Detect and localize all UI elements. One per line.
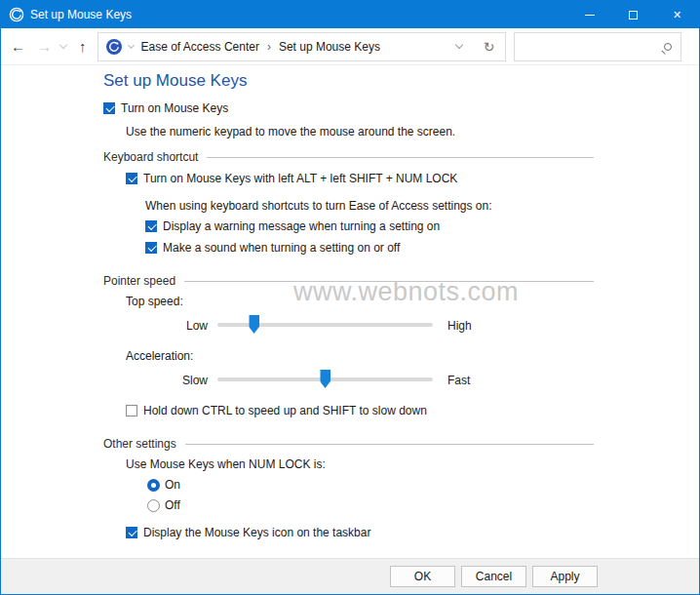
footer-bar: OK Cancel Apply <box>1 558 699 594</box>
recent-pages-chevron-icon[interactable] <box>59 41 67 49</box>
checkbox-label: Hold down CTRL to speed up and SHIFT to … <box>143 404 427 417</box>
checkbox-label: Turn on Mouse Keys with left ALT + left … <box>143 172 457 185</box>
breadcrumb-separator: › <box>267 40 271 54</box>
radio-icon[interactable] <box>147 499 160 512</box>
ease-of-access-icon <box>9 7 24 22</box>
acceleration-slider[interactable] <box>217 377 433 381</box>
checkbox-icon[interactable] <box>103 102 115 114</box>
search-input[interactable] <box>524 40 664 54</box>
numlock-label: Use Mouse Keys when NUM LOCK is: <box>126 457 326 471</box>
maximize-button[interactable] <box>611 1 655 28</box>
warning-message-checkbox[interactable]: Display a warning message when turning a… <box>145 219 440 233</box>
radio-label: On <box>165 478 180 492</box>
back-button[interactable]: ← <box>11 39 25 54</box>
breadcrumb-item-set-up-mouse-keys[interactable]: Set up Mouse Keys <box>279 40 380 54</box>
section-divider <box>185 444 594 445</box>
checkbox-label: Display a warning message when turning a… <box>163 219 440 233</box>
turn-on-mouse-keys-checkbox[interactable]: Turn on Mouse Keys <box>103 101 228 115</box>
section-title: Other settings <box>103 437 176 451</box>
apply-button[interactable]: Apply <box>532 566 598 587</box>
close-button[interactable]: ✕ <box>655 1 699 28</box>
top-speed-max-label: High <box>447 319 472 333</box>
footer-buttons: OK Cancel Apply <box>390 566 598 587</box>
search-icon[interactable] <box>664 43 672 51</box>
acceleration-label: Acceleration: <box>126 349 193 363</box>
watermark: www.webnots.com <box>293 277 519 307</box>
checkbox-icon[interactable] <box>145 242 157 254</box>
checkbox-icon[interactable] <box>126 527 137 538</box>
maximize-icon <box>629 11 638 20</box>
numlock-off-radio[interactable]: Off <box>147 498 180 512</box>
numlock-on-radio[interactable]: On <box>147 478 180 492</box>
breadcrumb-root-chevron-icon[interactable] <box>127 42 134 49</box>
checkbox-label: Make a sound when turning a setting on o… <box>163 241 400 255</box>
shortcut-intro-text: When using keyboard shortcuts to turn Ea… <box>145 199 492 213</box>
top-speed-label: Top speed: <box>126 295 183 308</box>
forward-icon: → <box>37 38 52 55</box>
refresh-button[interactable]: ↻ <box>484 40 495 54</box>
section-title: Keyboard shortcut <box>103 150 198 164</box>
up-icon: ↑ <box>79 38 87 55</box>
section-title: Pointer speed <box>103 274 175 288</box>
minimize-icon <box>585 15 595 16</box>
page-content: Set up Mouse Keys Turn on Mouse Keys Use… <box>1 65 699 559</box>
address-dropdown-chevron-icon[interactable] <box>455 41 463 49</box>
other-settings-section-header: Other settings <box>103 437 594 451</box>
acceleration-slider-thumb[interactable] <box>320 370 331 388</box>
shortcut-checkbox[interactable]: Turn on Mouse Keys with left ALT + left … <box>126 172 457 185</box>
ok-button[interactable]: OK <box>390 566 455 587</box>
taskbar-icon-checkbox[interactable]: Display the Mouse Keys icon on the taskb… <box>126 526 370 539</box>
title-bar: Set up Mouse Keys ✕ <box>1 1 699 28</box>
up-button[interactable]: ↑ <box>79 39 87 54</box>
checkbox-icon[interactable] <box>126 173 137 184</box>
address-bar[interactable]: Ease of Access Center › Set up Mouse Key… <box>97 32 506 61</box>
checkbox-label: Display the Mouse Keys icon on the taskb… <box>143 526 370 539</box>
acceleration-max-label: Fast <box>447 374 470 387</box>
top-speed-slider-thumb[interactable] <box>249 315 259 334</box>
checkbox-label: Turn on Mouse Keys <box>121 101 228 115</box>
navigation-bar: ← → ↑ Ease of Access Center › Set up Mou… <box>1 28 699 65</box>
checkbox-icon[interactable] <box>145 220 157 232</box>
sound-checkbox[interactable]: Make a sound when turning a setting on o… <box>145 241 400 255</box>
ease-of-access-icon <box>106 39 122 55</box>
window-title: Set up Mouse Keys <box>30 8 132 21</box>
window-controls: ✕ <box>567 1 699 28</box>
top-speed-min-label: Low <box>147 319 208 333</box>
acceleration-min-label: Slow <box>147 374 208 387</box>
ctrl-shift-checkbox[interactable]: Hold down CTRL to speed up and SHIFT to … <box>126 404 427 417</box>
close-icon: ✕ <box>673 9 681 21</box>
radio-icon[interactable] <box>147 479 160 492</box>
cancel-button[interactable]: Cancel <box>461 566 526 587</box>
forward-button[interactable]: → <box>37 39 52 54</box>
back-icon: ← <box>11 38 25 55</box>
page-title: Set up Mouse Keys <box>103 71 247 91</box>
top-speed-slider[interactable] <box>217 323 433 327</box>
search-box <box>514 32 681 61</box>
radio-label: Off <box>165 498 180 512</box>
refresh-icon: ↻ <box>484 39 495 55</box>
turn-on-description: Use the numeric keypad to move the mouse… <box>126 125 455 139</box>
breadcrumb-item-ease-of-access-center[interactable]: Ease of Access Center <box>141 40 259 54</box>
mouse-keys-window: Set up Mouse Keys ✕ ← → ↑ Ease of Access… <box>0 0 700 595</box>
keyboard-shortcut-section-header: Keyboard shortcut <box>103 150 594 164</box>
section-divider <box>207 157 594 158</box>
checkbox-icon[interactable] <box>126 405 137 416</box>
minimize-button[interactable] <box>567 1 611 28</box>
